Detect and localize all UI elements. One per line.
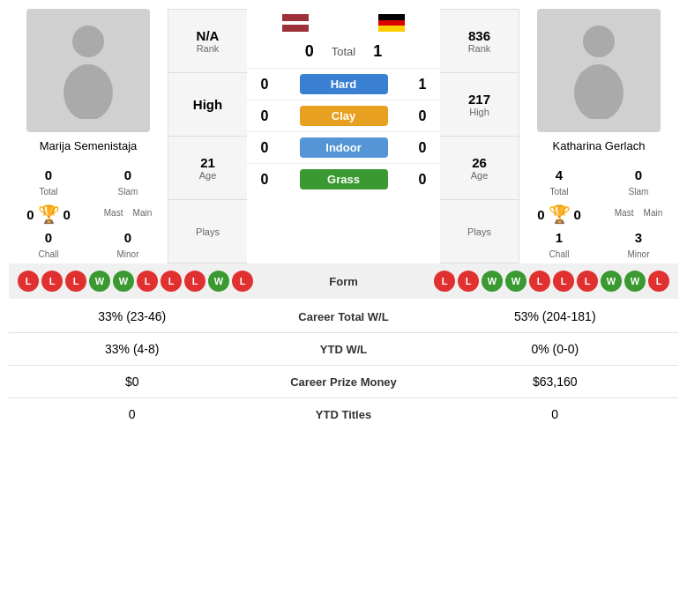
left-mid-col: N/A Rank High 21 Age Plays <box>168 9 247 263</box>
indoor-badge: Indoor <box>300 137 388 158</box>
left-mast-val: 0 <box>26 207 34 222</box>
left-age-val: 21 <box>200 155 215 170</box>
left-minor-lbl: Minor <box>116 249 138 259</box>
left-chall-lbl: Chall <box>39 249 59 259</box>
right-mid-col: 836 Rank 217 High 26 Age Plays <box>440 9 519 263</box>
form-badge-l: L <box>18 271 39 292</box>
total-score-left: 0 <box>305 42 314 61</box>
form-badge-l: L <box>232 271 253 292</box>
clay-badge: Clay <box>300 106 388 126</box>
left-plays-lbl: Plays <box>196 226 220 237</box>
surface-clay-row: 0 Clay 0 <box>247 100 440 131</box>
right-plays-lbl: Plays <box>467 226 491 237</box>
right-mast-stat: 0 🏆 0 <box>519 201 599 227</box>
left-total-stat: 0 Total <box>9 165 88 201</box>
left-slam-val: 0 <box>88 167 168 182</box>
left-age-cell: 21 Age <box>168 137 247 200</box>
player-left-stats: 0 Total 0 Slam 0 🏆 0 Mast Main <box>9 165 168 263</box>
left-rank-lbl: Rank <box>197 43 220 54</box>
right-rank-cell: 836 Rank <box>440 10 519 73</box>
player-left-avatar <box>26 9 150 132</box>
form-badge-l: L <box>577 271 598 292</box>
player-right-avatar <box>537 9 661 132</box>
stats-row-1: 33% (4-8) YTD W/L 0% (0-0) <box>9 333 678 366</box>
form-badge-l: L <box>529 271 550 292</box>
right-flag-row <box>344 14 441 32</box>
grass-badge: Grass <box>300 169 388 189</box>
left-form-badges: LLLWWLLLWL <box>18 271 253 292</box>
clay-score-right: 0 <box>414 108 431 124</box>
form-badge-w: W <box>482 271 503 292</box>
stats-left-3: 0 <box>9 407 256 421</box>
right-plays-cell: Plays <box>440 200 519 263</box>
left-rank-val: N/A <box>197 28 220 43</box>
left-slam-lbl: Slam <box>118 187 138 197</box>
right-high-val: 217 <box>468 92 490 107</box>
form-badge-w: W <box>624 271 646 292</box>
clay-score-left: 0 <box>256 108 273 124</box>
surface-indoor-row: 0 Indoor 0 <box>247 131 440 163</box>
form-badge-l: L <box>184 271 205 292</box>
right-slam-stat: 0 Slam <box>599 165 678 201</box>
left-plays-cell: Plays <box>168 200 247 263</box>
left-high-val: High <box>193 97 222 112</box>
left-slam-stat: 0 Slam <box>88 165 168 201</box>
left-chall-stat: 0 Chall <box>9 227 88 263</box>
right-form-badges: LLWWLLLWWL <box>434 271 669 292</box>
stats-row-3: 0 YTD Titles 0 <box>9 398 678 430</box>
form-badge-w: W <box>113 271 134 292</box>
svg-point-0 <box>72 26 104 57</box>
form-badge-w: W <box>208 271 229 292</box>
stats-right-2: $63,160 <box>432 375 679 389</box>
stats-left-2: $0 <box>9 375 256 389</box>
right-chall-stat: 1 Chall <box>519 227 599 263</box>
form-badge-l: L <box>137 271 158 292</box>
stats-left-1: 33% (4-8) <box>9 342 256 356</box>
form-badge-w: W <box>505 271 526 292</box>
stats-label-1: YTD W/L <box>256 343 432 356</box>
surface-rows: 0 Hard 1 0 Clay 0 0 Indoor 0 0 Grass <box>247 68 440 195</box>
latvia-flag <box>282 14 309 32</box>
right-mast-label: Mast Main <box>599 201 678 227</box>
right-high-lbl: High <box>469 107 489 117</box>
hard-score-right: 1 <box>414 77 431 93</box>
left-main-val: 0 <box>63 207 71 222</box>
center-col: 0 Total 1 0 Hard 1 0 Clay 0 0 Indoor <box>247 9 440 263</box>
left-flag-row <box>247 14 344 32</box>
form-label: Form <box>329 275 358 288</box>
player-right-name: Katharina Gerlach <box>553 139 646 152</box>
right-total-stat: 4 Total <box>519 165 599 201</box>
indoor-score-right: 0 <box>414 140 431 156</box>
form-badge-l: L <box>434 271 455 292</box>
left-chall-val: 0 <box>9 230 88 245</box>
left-age-lbl: Age <box>199 170 217 181</box>
right-minor-stat: 3 Minor <box>599 227 678 263</box>
right-age-val: 26 <box>472 155 487 170</box>
left-rank-cell: N/A Rank <box>168 10 247 73</box>
stats-label-2: Career Prize Money <box>256 375 432 389</box>
player-right: Katharina Gerlach 4 Total 0 Slam 0 🏆 0 M <box>519 9 678 263</box>
left-mast-stat: 0 🏆 0 <box>9 201 88 227</box>
left-minor-stat: 0 Minor <box>88 227 168 263</box>
main-container: Marija Semenistaja 0 Total 0 Slam 0 🏆 0 <box>0 0 687 439</box>
left-mast-label: Mast Main <box>88 201 168 227</box>
right-main-val: 0 <box>574 207 581 222</box>
stats-row-0: 33% (23-46) Career Total W/L 53% (204-18… <box>9 301 678 333</box>
svg-point-2 <box>583 26 615 57</box>
right-rank-lbl: Rank <box>468 43 491 54</box>
form-badge-w: W <box>89 271 110 292</box>
form-badge-l: L <box>65 271 86 292</box>
player-left: Marija Semenistaja 0 Total 0 Slam 0 🏆 0 <box>9 9 168 263</box>
left-total-val: 0 <box>9 167 88 182</box>
right-high-cell: 217 High <box>440 73 519 137</box>
germany-flag <box>378 14 405 32</box>
grass-score-left: 0 <box>256 172 273 188</box>
right-slam-lbl: Slam <box>629 187 649 197</box>
total-label: Total <box>332 45 355 58</box>
player-right-stats: 4 Total 0 Slam 0 🏆 0 Mast Main <box>519 165 678 263</box>
stats-row-2: $0 Career Prize Money $63,160 <box>9 366 678 398</box>
right-total-val: 4 <box>519 167 599 182</box>
form-badge-w: W <box>601 271 622 292</box>
player-left-name: Marija Semenistaja <box>40 139 138 152</box>
right-trophy-icon: 🏆 <box>549 204 571 225</box>
